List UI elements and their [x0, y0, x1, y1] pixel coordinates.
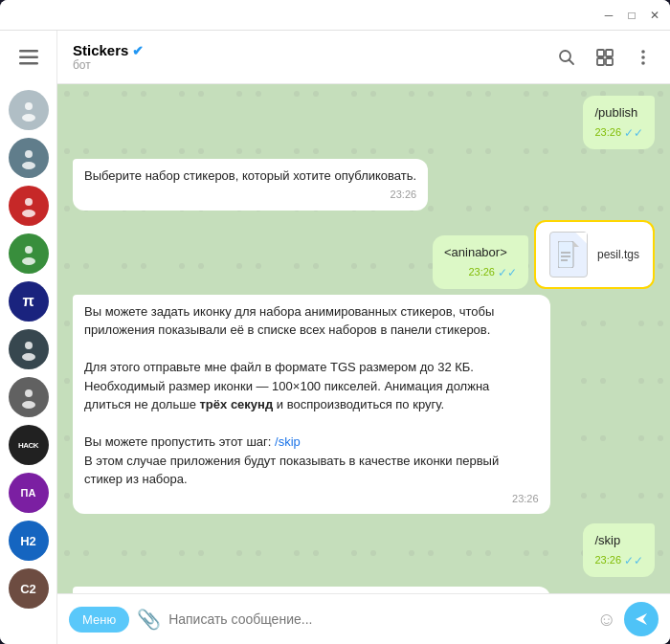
title-bar: ─ □ ✕	[0, 0, 670, 31]
msg-choose-time: 23:26	[84, 187, 416, 203]
msg-aninabor-row: <aninabor> 23:26 ✓✓	[73, 220, 655, 289]
skip-link-1[interactable]: /skip	[275, 434, 301, 449]
sidebar-avatar-2[interactable]	[9, 138, 49, 178]
sidebar-avatar-red[interactable]	[9, 186, 49, 226]
sidebar: π HACK ПА H2 C2	[0, 31, 57, 644]
file-name-text: pesil.tgs	[597, 248, 639, 261]
bubble-aninabor: <aninabor> 23:26 ✓✓	[433, 235, 528, 289]
double-check-icon: ✓✓	[624, 124, 643, 142]
svg-rect-17	[597, 50, 604, 56]
bubble-short-name: Пожалуйста, выберите короткое название, …	[73, 587, 550, 594]
sidebar-avatar-grey[interactable]	[9, 377, 49, 417]
msg-aninabor-time: 23:26 ✓✓	[444, 264, 517, 281]
chat-subtitle: бот	[73, 58, 555, 72]
svg-rect-20	[606, 58, 613, 65]
message-short-name: Пожалуйста, выберите короткое название, …	[73, 587, 655, 594]
msg-icon-text: Вы можете задать иконку для набора аними…	[84, 302, 539, 489]
svg-point-13	[25, 389, 33, 397]
msg-publish-text: /publish	[594, 103, 643, 122]
sidebar-avatar-1[interactable]	[9, 90, 49, 130]
close-button[interactable]: ✕	[647, 8, 662, 23]
sidebar-avatar-dark[interactable]	[9, 329, 49, 369]
msg-publish-time: 23:26 ✓✓	[594, 124, 643, 142]
message-icon-info: Вы можете задать иконку для набора аними…	[73, 295, 655, 515]
svg-point-21	[641, 50, 645, 54]
chat-header: Stickers ✔ бот	[57, 31, 670, 84]
svg-point-23	[641, 61, 645, 65]
svg-rect-1	[19, 56, 38, 59]
app-window: ─ □ ✕	[0, 0, 670, 644]
svg-point-5	[25, 150, 33, 158]
msg-icon-time: 23:26	[84, 491, 539, 507]
more-icon[interactable]	[632, 46, 655, 69]
svg-rect-2	[19, 62, 38, 65]
svg-point-14	[22, 401, 35, 409]
sidebar-avatar-pa[interactable]: ПА	[9, 473, 49, 513]
svg-point-4	[22, 114, 35, 122]
svg-point-8	[22, 210, 35, 217]
title-bar-controls: ─ □ ✕	[601, 8, 662, 23]
chat-area: Stickers ✔ бот	[57, 31, 670, 644]
search-icon[interactable]	[555, 46, 578, 69]
file-icon	[549, 232, 588, 278]
double-check-icon2: ✓✓	[498, 264, 517, 281]
bubble-skip: /skip 23:26 ✓✓	[583, 523, 655, 577]
send-button[interactable]	[624, 602, 659, 636]
svg-rect-0	[19, 50, 38, 53]
emoji-icon[interactable]: ☺	[597, 609, 616, 631]
sidebar-avatar-hack[interactable]: HACK	[9, 425, 49, 465]
layout-icon[interactable]	[593, 46, 616, 69]
chat-messages: /publish 23:26 ✓✓ Выберите набор стикеро…	[57, 84, 670, 593]
sidebar-avatar-green[interactable]	[9, 233, 49, 274]
msg-choose-text: Выберите набор стикеров, который хотите …	[84, 167, 416, 186]
sidebar-avatar-h2[interactable]: H2	[9, 521, 49, 561]
svg-point-6	[22, 162, 35, 169]
chat-header-actions	[555, 46, 655, 69]
bubble-icon-info: Вы можете задать иконку для набора аними…	[73, 295, 550, 515]
chat-name: Stickers ✔	[73, 42, 555, 58]
svg-point-9	[25, 246, 33, 254]
bubble-publish: /publish 23:26 ✓✓	[583, 96, 655, 149]
double-check-icon3: ✓✓	[624, 552, 643, 569]
bubble-choose-set: Выберите набор стикеров, который хотите …	[73, 159, 428, 211]
svg-rect-19	[597, 58, 604, 65]
svg-point-7	[25, 198, 33, 206]
svg-point-12	[22, 353, 35, 361]
input-bar: Меню 📎 ☺	[57, 593, 670, 644]
svg-rect-24	[558, 241, 573, 268]
svg-line-16	[570, 59, 574, 64]
chat-header-info: Stickers ✔ бот	[73, 42, 555, 72]
svg-point-22	[641, 56, 645, 59]
message-input[interactable]	[168, 611, 589, 627]
verified-icon: ✔	[132, 43, 144, 58]
maximize-button[interactable]: □	[624, 8, 639, 23]
sidebar-menu-icon[interactable]	[10, 38, 48, 77]
attach-icon[interactable]: 📎	[137, 608, 161, 631]
main-layout: π HACK ПА H2 C2 Stickers ✔ бот	[0, 31, 670, 644]
svg-marker-25	[573, 241, 579, 247]
msg-aninabor-text: <aninabor>	[444, 243, 517, 262]
sidebar-avatar-pi[interactable]: π	[9, 281, 49, 322]
message-publish: /publish 23:26 ✓✓	[73, 96, 655, 149]
file-bubble: pesil.tgs	[534, 220, 655, 289]
file-bubble-container: pesil.tgs	[534, 220, 655, 289]
msg-skip-text: /skip	[594, 531, 643, 550]
msg-skip-time: 23:26 ✓✓	[594, 552, 643, 569]
svg-point-10	[22, 257, 35, 265]
sidebar-avatar-c2[interactable]: C2	[9, 568, 49, 609]
chat-name-text: Stickers	[73, 42, 128, 58]
minimize-button[interactable]: ─	[601, 8, 616, 23]
menu-button[interactable]: Меню	[69, 607, 129, 633]
message-skip: /skip 23:26 ✓✓	[73, 523, 655, 577]
message-choose-set: Выберите набор стикеров, который хотите …	[73, 159, 655, 211]
svg-point-3	[25, 102, 33, 110]
svg-rect-18	[606, 50, 613, 56]
svg-point-11	[25, 342, 33, 349]
